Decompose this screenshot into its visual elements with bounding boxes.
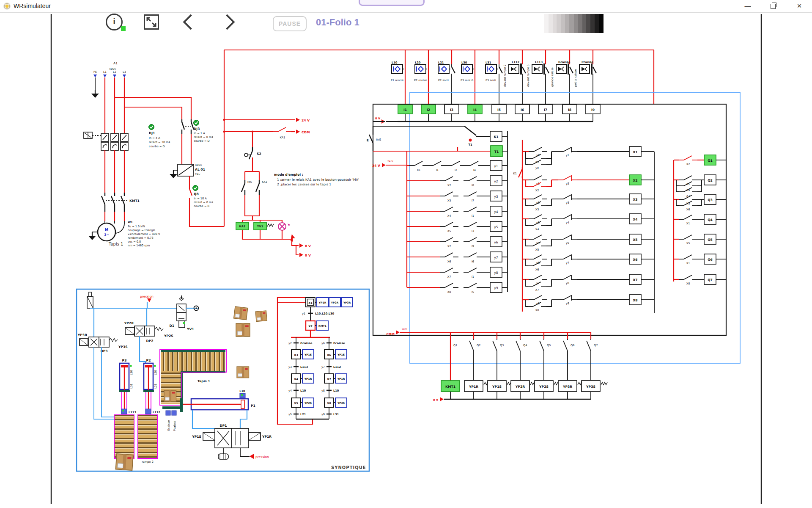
svg-text:X1: X1 [686, 222, 690, 225]
qrow-q7: X8 Q7 [674, 274, 726, 285]
svg-text:X6: X6 [686, 208, 690, 211]
xrow-x2: y1 X2 y2 X2 [522, 175, 654, 192]
synoptique-title: SYNOPTIQUE [331, 465, 366, 470]
breaker-dj3[interactable]: DJ3 In = 1 A retard = 0 ms courbe = D [182, 119, 213, 143]
svg-text:E: E [367, 138, 369, 142]
wrsimulateur-window: WRsimulateur — × i PAUSE 01-Folio 1 [0, 0, 812, 508]
sensor-l10[interactable]: L10 P1 rentré [391, 50, 405, 105]
svg-text:mode d'emploi :: mode d'emploi : [274, 173, 303, 177]
svg-text:Gcaisse: Gcaisse [558, 61, 571, 64]
input-i7[interactable]: I7 [538, 105, 553, 121]
svg-text:Q3: Q3 [500, 344, 504, 347]
sensor-gcaisse[interactable]: Gcaisse grande caisse [551, 50, 573, 105]
motor-w1[interactable]: M 3~ [88, 221, 124, 241]
breaker-q8[interactable]: Q8 In = 10 A retard = 0 ms courbe = B [189, 176, 213, 208]
svg-text:DP2: DP2 [146, 339, 153, 343]
sensor-l31[interactable]: L31 P3 sorti [486, 50, 502, 105]
svg-text:L112: L112 [333, 365, 341, 369]
sensor-l21[interactable]: L21 P2 sorti [438, 50, 455, 105]
svg-text:L113: L113 [300, 365, 308, 369]
q-ladder: X2 Q1 X1 X4 X7 Q2 X3 [674, 155, 726, 285]
svg-text:DP1: DP1 [219, 424, 227, 428]
input-i8[interactable]: I8 [562, 105, 577, 121]
rung-y8: X7 I1 y8 [407, 267, 508, 279]
svg-text:24v: 24v [195, 173, 200, 176]
valve-dp1[interactable]: YP1S YP1R DP1 pression [192, 410, 272, 459]
svg-text:retard = 0 ms: retard = 0 ms [194, 135, 213, 139]
label-ka1-contact: KA1 [280, 136, 285, 139]
input-i5[interactable]: I5 [492, 105, 506, 121]
breaker-dj1[interactable]: DJ1 In = 4 A retard = 30 ms courbe = D [84, 124, 170, 151]
cylinder-p2[interactable]: P2 L20 L21 [144, 359, 157, 392]
svg-text:X2: X2 [308, 325, 313, 328]
input-i9[interactable]: I9 [586, 105, 600, 121]
svg-text:KMT1: KMT1 [445, 385, 455, 389]
svg-text:y5: y5 [288, 413, 292, 416]
svg-text:y8: y8 [566, 282, 569, 285]
rampe2: L112 rampe 2 [138, 390, 160, 464]
svg-text:KA1: KA1 [262, 180, 267, 184]
input-i1[interactable]: I1 [398, 105, 412, 121]
svg-text:pression: pression [255, 455, 269, 459]
svg-text:YP1R: YP1R [318, 301, 326, 304]
sensor-l113[interactable]: L113 devant rampe 3 [527, 50, 549, 105]
input-i4[interactable]: I4 [468, 105, 482, 121]
svg-text:grande caisse: grande caisse [551, 67, 554, 87]
input-i3[interactable]: I3 [444, 105, 459, 121]
input-i2[interactable]: I2 [421, 105, 436, 121]
svg-text:YP1S: YP1S [337, 353, 345, 356]
svg-text:courbe = D: courbe = D [194, 139, 210, 143]
svg-text:KMT1: KMT1 [129, 199, 140, 203]
svg-text:nm = 1460 rpm: nm = 1460 rpm [128, 244, 150, 247]
xrow-x8: y8 X8 y9 X8 [522, 295, 654, 312]
rung-y7: X6 I6 y7 [407, 252, 508, 263]
svg-text:I2: I2 [427, 108, 430, 112]
sensor-rail [224, 50, 654, 104]
svg-text:X6: X6 [327, 353, 331, 357]
cylinder-p3[interactable]: P3 L30 L31 [120, 359, 133, 392]
svg-text:K1: K1 [513, 172, 517, 175]
svg-text:PE: PE [93, 70, 97, 74]
svg-text:YP2R: YP2R [331, 301, 339, 304]
sensor-pcaisse[interactable]: Pcaisse petite caisse [574, 50, 596, 105]
svg-text:y3: y3 [566, 201, 569, 204]
svg-text:X8: X8 [686, 282, 690, 285]
svg-text:Q3: Q3 [708, 198, 713, 202]
svg-text:I5: I5 [497, 108, 501, 112]
svg-text:Q5: Q5 [708, 238, 713, 242]
svg-text:L113: L113 [129, 411, 136, 414]
sensor-l112[interactable]: L112 devant rampe 2 [503, 50, 526, 105]
x-latch-ladder: K1 y5 X1 y9 y1 X1 y1 [513, 140, 654, 313]
svg-text:X5: X5 [686, 242, 690, 245]
svg-text:y6: y6 [494, 240, 498, 244]
sensor-l30[interactable]: L30 P3 rentré [461, 50, 475, 105]
label-s2: S2 [257, 152, 261, 156]
svg-text:Pu = 1.5 kW: Pu = 1.5 kW [128, 225, 145, 228]
valve-d1[interactable]: D1 YV1 [169, 295, 198, 331]
svg-text:24 V: 24 V [387, 160, 394, 163]
xrow-x1: y5 X1 y9 y1 X1 [522, 146, 654, 170]
sensor-l20[interactable]: L20 P2 rentré [414, 50, 428, 105]
tapis1-label: Tapis 1 [108, 242, 123, 246]
svg-text:COM: COM [386, 332, 395, 336]
outcol-yp3r: Q6 YP3R [558, 332, 584, 399]
svg-text:Q1: Q1 [708, 159, 713, 163]
lamp-h1 [278, 223, 290, 230]
svg-text:In = 1 A: In = 1 A [194, 132, 205, 135]
svg-text:Q4: Q4 [708, 218, 713, 222]
svg-text:v.enroulement = 400 V: v.enroulement = 400 V [128, 232, 160, 236]
svg-text:y9: y9 [535, 166, 539, 170]
power-circuit: A1 400v PE L1 L2 L3 [84, 50, 359, 257]
svg-text:YV1: YV1 [257, 225, 263, 228]
svg-text:X2: X2 [686, 163, 690, 166]
svg-text:L10: L10 [392, 61, 398, 64]
input-i6[interactable]: I6 [515, 105, 529, 121]
svg-text:y3: y3 [494, 195, 498, 199]
cylinder-p1[interactable]: L10 P1 [180, 389, 255, 412]
contactor-kmt1[interactable]: KMT1 [102, 193, 140, 212]
svg-text:T1: T1 [468, 143, 472, 146]
outcol-yp3s: Q7 YP3S [582, 332, 607, 399]
outcol-kmt1: Q1 KMT1 [441, 332, 460, 399]
svg-text:rampe 2: rampe 2 [142, 460, 154, 464]
svg-text:Pcaisse: Pcaisse [582, 61, 593, 64]
